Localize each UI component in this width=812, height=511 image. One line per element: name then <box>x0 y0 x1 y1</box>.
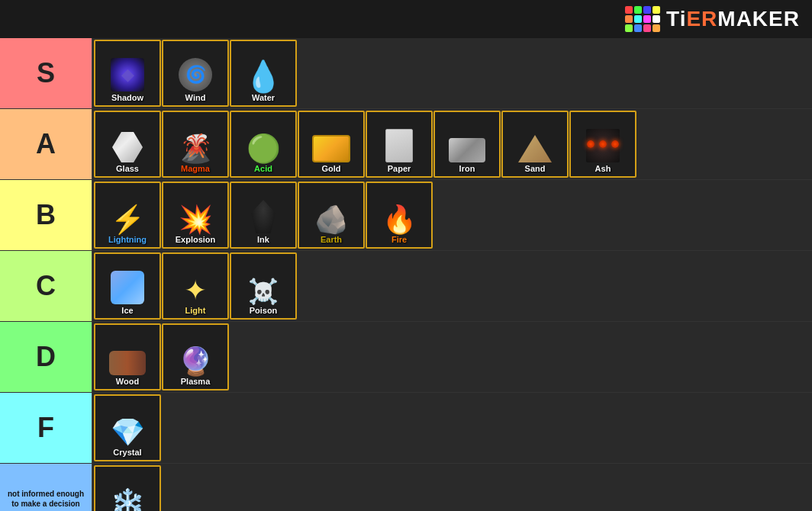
ink-icon <box>251 200 276 233</box>
glass-icon <box>112 132 143 162</box>
tier-item-sand[interactable]: Sand <box>501 111 569 178</box>
tier-item-acid[interactable]: 🟢Acid <box>230 111 297 178</box>
tier-item-label-water: Water <box>252 93 275 102</box>
tier-item-magma[interactable]: 🌋Magma <box>162 111 229 178</box>
tier-items-s: Shadow🌀Wind💧Water <box>92 38 812 108</box>
tier-item-gold[interactable]: Gold <box>298 111 365 178</box>
tier-item-label-poison: Poison <box>250 306 278 315</box>
tier-label-s: S <box>0 38 92 108</box>
tier-item-label-wind: Wind <box>185 93 206 102</box>
tier-label-a: A <box>0 109 92 179</box>
tier-items-c: Ice✦Light☠️Poison <box>92 251 812 321</box>
tier-item-label-crystal: Crystal <box>113 448 141 457</box>
snow-icon: ❄️ <box>111 487 145 511</box>
paper-icon <box>385 129 413 162</box>
tier-items-a: Glass🌋Magma🟢AcidGoldPaperIronSandAsh <box>92 109 812 179</box>
tier-item-label-wood: Wood <box>116 377 139 386</box>
tier-item-ash[interactable]: Ash <box>569 111 636 178</box>
tier-row-b: B⚡Lightning💥ExplosionInk🪨Earth🔥Fire <box>0 180 812 251</box>
ice-icon <box>111 271 144 304</box>
tier-label-f: F <box>0 393 92 463</box>
app-container: TiERMAKER SShadow🌀Wind💧WaterAGlass🌋Magma… <box>0 0 812 511</box>
tier-item-label-ink: Ink <box>257 235 269 244</box>
tier-row-d: DWood🔮Plasma <box>0 322 812 393</box>
tier-item-paper[interactable]: Paper <box>366 111 433 178</box>
tier-item-lightning[interactable]: ⚡Lightning <box>94 182 161 249</box>
light-icon: ✦ <box>184 275 207 306</box>
tier-item-snow[interactable]: ❄️Snow <box>94 465 161 511</box>
tier-item-fire[interactable]: 🔥Fire <box>366 182 433 249</box>
tier-item-label-shadow: Shadow <box>111 93 143 102</box>
tier-item-label-explosion: Explosion <box>176 235 216 244</box>
tier-item-poison[interactable]: ☠️Poison <box>230 252 297 320</box>
tier-item-plasma[interactable]: 🔮Plasma <box>162 323 229 390</box>
tier-item-label-ice: Ice <box>121 306 133 315</box>
poison-icon: ☠️ <box>248 278 279 305</box>
logo-grid <box>625 6 660 32</box>
tier-item-label-earth: Earth <box>321 235 342 244</box>
magma-icon: 🌋 <box>179 133 213 164</box>
tier-item-shadow[interactable]: Shadow <box>94 40 161 107</box>
tier-item-label-magma: Magma <box>181 164 210 173</box>
tier-item-light[interactable]: ✦Light <box>162 252 229 320</box>
tier-item-earth[interactable]: 🪨Earth <box>298 182 365 249</box>
tier-item-label-plasma: Plasma <box>181 377 211 386</box>
tier-items-f: 💎Crystal <box>92 393 812 463</box>
acid-icon: 🟢 <box>246 133 281 164</box>
shadow-icon <box>111 58 144 92</box>
tier-item-label-gold: Gold <box>321 164 340 173</box>
tierlist: SShadow🌀Wind💧WaterAGlass🌋Magma🟢AcidGoldP… <box>0 38 812 511</box>
sand-icon <box>518 135 552 162</box>
tier-item-label-iron: Iron <box>459 164 475 173</box>
tier-item-glass[interactable]: Glass <box>94 111 161 178</box>
tier-items-ni: ❄️Snow <box>92 464 812 511</box>
tier-item-label-ash: Ash <box>595 164 611 173</box>
tier-item-label-lightning: Lightning <box>108 235 147 244</box>
tier-item-ice[interactable]: Ice <box>94 252 161 320</box>
tier-item-wood[interactable]: Wood <box>94 323 161 390</box>
tier-item-ink[interactable]: Ink <box>230 182 297 249</box>
tier-items-b: ⚡Lightning💥ExplosionInk🪨Earth🔥Fire <box>92 180 812 250</box>
wood-icon <box>109 351 146 375</box>
tier-item-wind[interactable]: 🌀Wind <box>162 40 229 107</box>
tier-row-f: F💎Crystal <box>0 393 812 464</box>
tier-item-crystal[interactable]: 💎Crystal <box>94 394 161 461</box>
crystal-icon: 💎 <box>111 416 145 448</box>
tier-item-label-fire: Fire <box>392 235 407 244</box>
plasma-icon: 🔮 <box>179 345 213 377</box>
logo: TiERMAKER <box>625 6 800 32</box>
tier-item-label-light: Light <box>185 306 206 315</box>
tier-row-a: AGlass🌋Magma🟢AcidGoldPaperIronSandAsh <box>0 109 812 180</box>
tier-label-c: C <box>0 251 92 321</box>
gold-icon <box>312 135 350 162</box>
lightning-icon: ⚡ <box>111 204 145 235</box>
iron-icon <box>449 138 485 162</box>
tier-label-b: B <box>0 180 92 250</box>
tier-row-c: CIce✦Light☠️Poison <box>0 251 812 322</box>
ash-icon <box>586 129 620 162</box>
wind-icon: 🌀 <box>179 58 212 92</box>
tier-item-explosion[interactable]: 💥Explosion <box>162 182 229 249</box>
fire-icon: 🔥 <box>382 204 417 235</box>
tier-item-water[interactable]: 💧Water <box>230 40 297 107</box>
tier-label-ni: not informed enough to make a decision <box>0 464 92 511</box>
earth-icon: 🪨 <box>314 204 349 235</box>
tier-label-d: D <box>0 322 92 392</box>
tier-item-label-acid: Acid <box>254 164 272 173</box>
tier-row-ni: not informed enough to make a decision❄️… <box>0 464 812 511</box>
explosion-icon: 💥 <box>179 204 213 235</box>
header: TiERMAKER <box>0 0 812 38</box>
logo-text: TiERMAKER <box>666 7 800 31</box>
tier-item-label-glass: Glass <box>116 164 139 173</box>
tier-item-label-paper: Paper <box>388 164 411 173</box>
tier-items-d: Wood🔮Plasma <box>92 322 812 392</box>
water-icon: 💧 <box>244 59 282 93</box>
tier-item-iron[interactable]: Iron <box>433 111 501 178</box>
tier-row-s: SShadow🌀Wind💧Water <box>0 38 812 109</box>
tier-item-label-sand: Sand <box>525 164 546 173</box>
